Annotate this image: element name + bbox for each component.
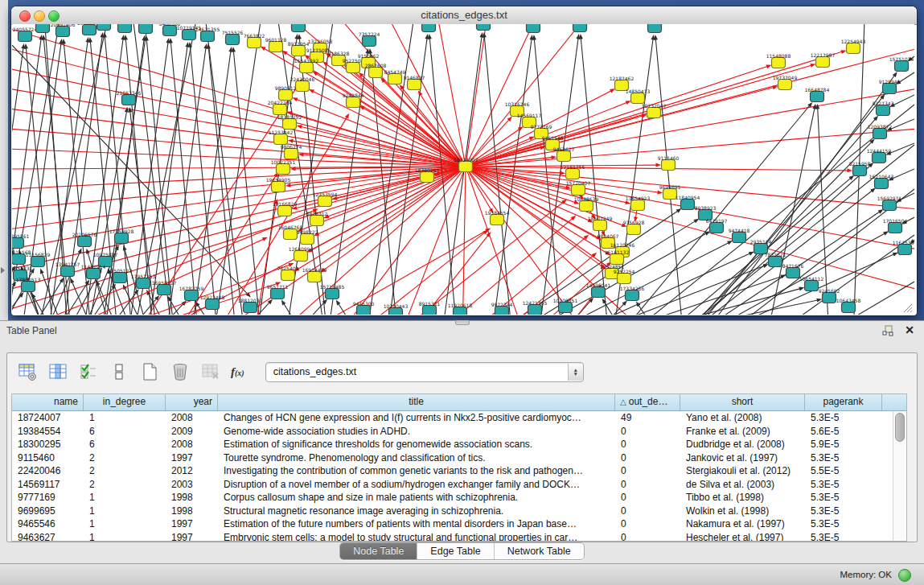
column-header-in_degree[interactable]: in_degree <box>84 394 166 410</box>
graph-node-16053803[interactable]: 16053803 <box>286 24 311 32</box>
graph-node-11451914[interactable]: 11451914 <box>81 264 106 279</box>
graph-node-9601128[interactable]: 9601128 <box>265 37 287 52</box>
node-label: 13654923 <box>626 196 651 201</box>
table-row[interactable]: 1938455462009Genome-wide association stu… <box>12 425 906 439</box>
tab-node-table[interactable]: Node Table <box>340 543 417 559</box>
edge-arrowhead <box>810 64 815 68</box>
row-check-icon[interactable] <box>78 361 99 382</box>
graph-node-16648784[interactable]: 16648784 <box>805 87 830 102</box>
graph-node-13942757[interactable]: 13942757 <box>55 262 80 277</box>
graph-node-8813304[interactable]: 8813304 <box>418 24 440 32</box>
graph-node-10655257[interactable]: 10655257 <box>113 24 138 33</box>
column-select-icon[interactable] <box>47 361 68 382</box>
scrollbar-thumb[interactable] <box>895 413 905 442</box>
column-header-pagerank[interactable]: pagerank <box>805 394 882 410</box>
graph-node-10209351[interactable]: 10209351 <box>553 298 578 313</box>
graph-node-9115460[interactable]: 9115460 <box>658 155 680 171</box>
panel-expand-arrow-icon[interactable] <box>1 267 5 274</box>
memory-status-icon[interactable] <box>898 569 911 582</box>
graph-node-20691406[interactable]: 20691406 <box>51 24 76 37</box>
cell-out_de: 0 <box>615 438 680 451</box>
citation-network-graph[interactable]: 2405572418835519206914061956537020637176… <box>12 24 914 315</box>
network-canvas[interactable]: 2405572418835519206914061956537020637176… <box>12 24 914 315</box>
table-row[interactable]: 946362711997Embryonic stem cells: a mode… <box>12 531 906 542</box>
column-header-short[interactable]: short <box>680 394 805 410</box>
node-label: 8938923 <box>695 205 717 211</box>
graph-node-24055724[interactable]: 24055724 <box>13 27 38 42</box>
table-row[interactable]: 946554611997Estimation of the future num… <box>12 517 906 531</box>
close-panel-icon[interactable]: ✕ <box>905 323 914 336</box>
graph-node-12640994[interactable]: 12640994 <box>289 246 314 262</box>
tab-edge-table[interactable]: Edge Table <box>417 543 494 559</box>
node-label: 11920618 <box>448 303 473 308</box>
delete-rows-icon[interactable] <box>170 361 191 382</box>
graph-node-9756928[interactable]: 9756928 <box>623 220 645 235</box>
table-vertical-scrollbar[interactable] <box>893 411 906 540</box>
graph-node-9527508[interactable]: 9527508 <box>343 58 364 73</box>
graph-node-9129946[interactable]: 9129946 <box>879 79 901 94</box>
table-row[interactable]: 969969511998Structural magnetic resonanc… <box>12 505 906 518</box>
graph-node-10022351[interactable]: 10022351 <box>271 159 296 175</box>
graph-node-9657711[interactable]: 9657711 <box>267 284 289 299</box>
graph-node-20206576[interactable]: 20206576 <box>72 232 97 247</box>
graph-node-17334266[interactable]: 17334266 <box>620 286 645 301</box>
graph-node-12161756[interactable]: 12161756 <box>561 164 585 179</box>
table-settings-icon[interactable] <box>17 361 38 382</box>
table-row[interactable]: 2242004622012Investigating the contribut… <box>12 464 906 478</box>
graph-node-18131042[interactable]: 18131042 <box>471 24 496 31</box>
edge-arrowhead <box>893 72 897 77</box>
graph-node-19737049[interactable]: 19737049 <box>773 75 798 90</box>
column-header-title[interactable]: title <box>218 394 615 410</box>
table-selector-combobox[interactable]: citations_edges.txt ▲▼ <box>265 362 584 382</box>
graph-node-9227343[interactable]: 9227343 <box>873 101 894 116</box>
graph-node-16543392[interactable]: 16543392 <box>294 58 319 73</box>
window-resize-grip[interactable] <box>902 303 913 313</box>
graph-node-21053346[interactable]: 21053346 <box>117 90 142 105</box>
new-table-icon[interactable] <box>139 361 160 382</box>
graph-node-2867608[interactable]: 2867608 <box>365 63 387 78</box>
table-row[interactable]: 977716911998Corpus callosum shape and si… <box>12 491 906 505</box>
graph-node-16849766[interactable]: 16849766 <box>521 24 546 33</box>
graph-node-14196141[interactable]: 14196141 <box>586 282 611 298</box>
tab-network-table[interactable]: Network Table <box>495 543 584 559</box>
merge-rows-icon[interactable] <box>109 361 129 382</box>
graph-node-15751074[interactable]: 15751074 <box>889 56 914 72</box>
graph-node-18607249[interactable]: 18607249 <box>588 216 613 231</box>
graph-node-10200443[interactable]: 10200443 <box>384 303 409 315</box>
cell-out_de: 0 <box>615 425 680 439</box>
cell-short: Dudbridge et al. (2008) <box>680 438 805 451</box>
graph-node-11920618[interactable]: 11920618 <box>448 303 473 315</box>
network-window[interactable]: citations_edges.txt 24055724188355192069… <box>11 6 917 315</box>
graph-node-11675334[interactable]: 11675334 <box>893 240 914 255</box>
function-builder-icon[interactable]: f(x) <box>231 365 244 379</box>
graph-node-15723722[interactable]: 15723722 <box>568 24 593 32</box>
cell-in_degree: 2 <box>84 478 166 492</box>
graph-node-7515526[interactable]: 7515526 <box>222 30 244 45</box>
table-row[interactable]: 1456911722003Disruption of a novel membe… <box>12 478 906 492</box>
table-row[interactable]: 911546021997Tourette syndrome. Phenomeno… <box>12 451 906 465</box>
graph-node-7663822[interactable]: 7663822 <box>244 33 265 48</box>
graph-node-15276022[interactable]: 15276022 <box>133 24 158 34</box>
graph-node-8878312[interactable]: 8878312 <box>306 211 328 226</box>
graph-node-6479197[interactable]: 6479197 <box>706 218 728 233</box>
graph-node-17016504[interactable]: 17016504 <box>883 218 908 233</box>
float-window-icon[interactable] <box>882 325 893 336</box>
graph-node-8915311[interactable]: 8915311 <box>419 301 441 315</box>
graph-node-8454749[interactable]: 8454749 <box>384 69 406 84</box>
table-row[interactable]: 1872400712008Changes of HCN gene express… <box>12 411 906 425</box>
graph-node-15692971[interactable]: 15692971 <box>877 196 902 211</box>
graph-node-14671355[interactable]: 14671355 <box>195 27 220 42</box>
graph-node-10643458[interactable]: 10643458 <box>836 298 861 313</box>
combobox-stepper-icon[interactable]: ▲▼ <box>568 364 583 381</box>
table-row[interactable]: 1830029562008Estimation of significance … <box>12 438 906 451</box>
graph-node-17359928[interactable]: 17359928 <box>109 229 134 244</box>
column-header-year[interactable]: year <box>166 394 218 410</box>
column-header-out_de[interactable]: △out_de… <box>615 394 680 410</box>
graph-node-16210643[interactable]: 16210643 <box>869 174 894 189</box>
node-label: 22420046 <box>290 76 315 82</box>
graph-node-8113044[interactable]: 8113044 <box>644 24 666 33</box>
column-header-name[interactable]: name <box>12 394 84 410</box>
cell-out_de: 0 <box>615 464 680 478</box>
graph-node-13850513[interactable]: 13850513 <box>16 277 41 292</box>
network-window-titlebar[interactable]: citations_edges.txt <box>11 6 917 25</box>
